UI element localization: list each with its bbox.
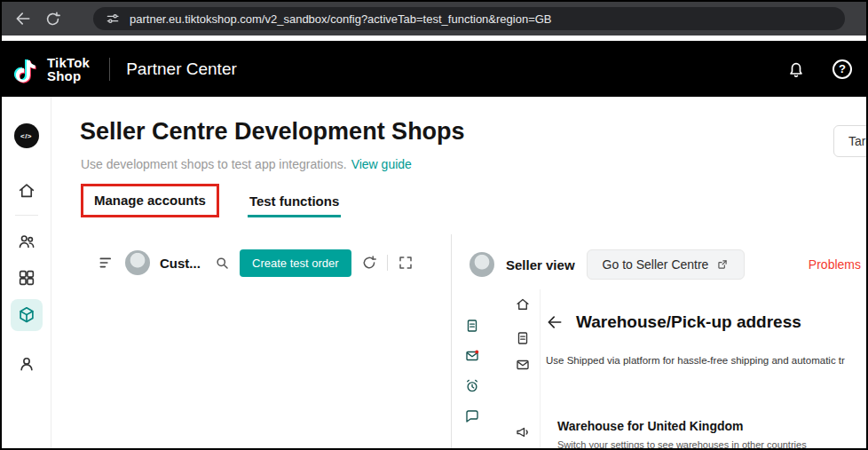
sidebar-item-home[interactable]: [17, 181, 36, 201]
subtitle-text: Use development shops to test app integr…: [81, 157, 347, 171]
browser-toolbar: partner.eu.tiktokshop.com/v2_sandbox/con…: [2, 2, 866, 36]
fullscreen-icon[interactable]: [398, 255, 414, 271]
mini-page-header: Warehouse/Pick-up address: [546, 312, 801, 332]
product-title: Partner Center: [126, 59, 237, 79]
view-guide-link[interactable]: View guide: [351, 157, 412, 171]
header-divider: [109, 58, 110, 81]
mini-megaphone-icon[interactable]: [515, 424, 531, 440]
external-link-icon: [716, 258, 729, 271]
side-nav: </>: [2, 97, 51, 448]
customer-toolbar: Cust... Create test order: [98, 249, 414, 277]
mini-mail-icon[interactable]: [515, 357, 531, 373]
seller-centre-frame: Warehouse/Pick-up address Use Shipped vi…: [452, 289, 866, 448]
messages-mail-icon[interactable]: [464, 348, 480, 364]
seller-toolbar: Seller view Go to Seller Centre Problems: [470, 249, 866, 280]
refresh-icon[interactable]: [361, 255, 377, 271]
main-content: Seller Centre Development Shops Use deve…: [51, 97, 866, 448]
mini-description: Use Shipped via platform for hassle-free…: [546, 355, 866, 366]
seller-avatar[interactable]: [470, 252, 494, 277]
customer-name[interactable]: Cust...: [160, 256, 204, 271]
mini-orders-icon[interactable]: [515, 330, 531, 346]
page-subtitle: Use development shops to test app integr…: [81, 157, 412, 171]
problems-link[interactable]: Problems: [809, 257, 866, 272]
tab-manage-accounts[interactable]: Manage accounts: [94, 193, 206, 208]
back-arrow-icon[interactable]: [546, 313, 564, 331]
screenshot-root: partner.eu.tiktokshop.com/v2_sandbox/con…: [0, 0, 868, 450]
notifications-bell-icon[interactable]: [786, 59, 806, 79]
chat-bubble-icon[interactable]: [464, 408, 480, 424]
tab-test-functions[interactable]: Test functions: [248, 185, 341, 217]
mini-outer-nav: [464, 318, 480, 424]
alarm-clock-icon[interactable]: [464, 378, 480, 394]
browser-refresh-icon[interactable]: [44, 11, 61, 28]
orders-clipboard-icon[interactable]: [464, 318, 480, 334]
toolbar-divider: [387, 255, 388, 271]
customer-avatar[interactable]: [125, 250, 150, 275]
help-icon[interactable]: ?: [832, 59, 852, 79]
mini-home-icon[interactable]: [515, 296, 531, 312]
sidebar-divider: [15, 215, 38, 216]
warehouse-title: Warehouse for United Kingdom: [557, 419, 743, 433]
tiktok-note-icon: [16, 56, 43, 83]
url-text: partner.eu.tiktokshop.com/v2_sandbox/con…: [130, 12, 552, 26]
page-title: Seller Centre Development Shops: [80, 118, 465, 146]
tab-bar: Manage accounts Test functions: [81, 184, 341, 217]
site-settings-icon[interactable]: [106, 12, 120, 26]
logo-wordmark: TikTok Shop: [47, 56, 90, 83]
sidebar-item-apps[interactable]: [17, 268, 36, 288]
browser-back-icon[interactable]: [14, 10, 32, 28]
mini-page-title: Warehouse/Pick-up address: [576, 312, 801, 332]
developer-avatar[interactable]: </>: [14, 123, 39, 148]
sidebar-item-sandbox-active[interactable]: [11, 299, 43, 331]
seller-view-label: Seller view: [506, 257, 575, 272]
target-button[interactable]: Target: [833, 125, 868, 157]
go-button-label: Go to Seller Centre: [603, 257, 709, 272]
mini-side-nav: [505, 289, 541, 448]
sidebar-item-accounts[interactable]: [17, 232, 36, 251]
collapse-list-icon[interactable]: [98, 254, 115, 272]
warehouse-subtitle: Switch your settings to see warehouses i…: [557, 439, 807, 448]
sidebar-item-profile[interactable]: [17, 354, 36, 374]
search-icon[interactable]: [214, 255, 230, 271]
app-header: TikTok Shop Partner Center ?: [2, 41, 866, 97]
address-bar[interactable]: partner.eu.tiktokshop.com/v2_sandbox/con…: [93, 7, 845, 30]
create-test-order-button[interactable]: Create test order: [240, 249, 351, 277]
sandbox-panels: Cust... Create test order Seller view: [51, 234, 866, 448]
tiktok-shop-logo[interactable]: TikTok Shop: [16, 56, 90, 83]
annotation-box: Manage accounts: [81, 184, 219, 217]
seller-view-panel: Seller view Go to Seller Centre Problems: [452, 234, 866, 448]
go-to-seller-centre-button[interactable]: Go to Seller Centre: [587, 249, 746, 280]
